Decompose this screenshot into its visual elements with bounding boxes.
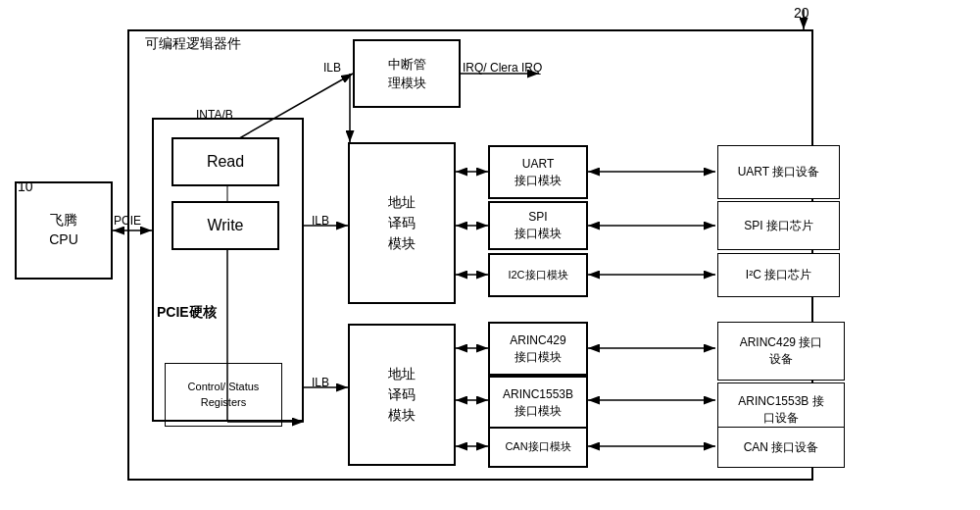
csr-box: Control/ Status Registers	[165, 363, 282, 427]
diagram-container: 可编程逻辑器件 飞腾 CPU 10 20 PCIE INTA/B Read Wr…	[0, 0, 980, 510]
ilb-label-2: ILB	[312, 214, 329, 228]
addr-bot-label: 地址 译码 模块	[388, 364, 416, 426]
addr-decode-bot-box: 地址 译码 模块	[348, 324, 456, 466]
i2c-iface-label: I2C接口模块	[508, 268, 567, 282]
arinc429-iface-box: ARINC429 接口模块	[488, 322, 588, 376]
spi-iface-box: SPI 接口模块	[488, 201, 588, 250]
addr-top-label: 地址 译码 模块	[388, 192, 416, 254]
irq-label: 中断管 理模块	[388, 55, 426, 93]
spi-ext-label: SPI 接口芯片	[744, 218, 813, 234]
ilb-label-3: ILB	[312, 376, 329, 389]
cpu-label: 飞腾 CPU	[49, 211, 78, 249]
arinc429-ext-label: ARINC429 接口 设备	[740, 334, 823, 368]
main-box-label: 可编程逻辑器件	[145, 35, 241, 53]
can-iface-box: CAN接口模块	[488, 427, 588, 468]
read-button[interactable]: Read	[172, 137, 279, 186]
arinc429-iface-label: ARINC429 接口模块	[510, 332, 565, 366]
arinc1553b-ext-label: ARINC1553B 接 口设备	[738, 393, 823, 427]
uart-iface-label: UART 接口模块	[514, 156, 562, 189]
cpu-id-label: 10	[18, 178, 33, 194]
uart-iface-box: UART 接口模块	[488, 145, 588, 199]
i2c-ext-box: I²C 接口芯片	[717, 253, 840, 297]
write-button[interactable]: Write	[172, 201, 279, 250]
spi-iface-label: SPI 接口模块	[514, 209, 562, 242]
device-id-label: 20	[794, 5, 809, 21]
csr-label: Control/ Status Registers	[188, 380, 260, 410]
i2c-iface-box: I2C接口模块	[488, 253, 588, 297]
arinc1553b-iface-label: ARINC1553B 接口模块	[503, 386, 573, 420]
arinc429-ext-box: ARINC429 接口 设备	[717, 322, 845, 381]
arinc1553b-iface-box: ARINC1553B 接口模块	[488, 376, 588, 430]
cpu-box: 飞腾 CPU	[15, 181, 113, 280]
irq-signal-label: IRQ/ Clera IRQ	[463, 61, 542, 75]
can-ext-label: CAN 接口设备	[744, 439, 819, 456]
uart-ext-label: UART 接口设备	[738, 164, 820, 180]
i2c-ext-label: I²C 接口芯片	[746, 267, 811, 283]
irq-box: 中断管 理模块	[353, 39, 461, 108]
ilb-label-1: ILB	[323, 61, 341, 75]
can-iface-label: CAN接口模块	[505, 439, 570, 454]
pcie-signal-label: PCIE	[114, 214, 141, 228]
uart-ext-box: UART 接口设备	[717, 145, 840, 199]
pcie-core-label: PCIE硬核	[157, 304, 217, 322]
addr-decode-top-box: 地址 译码 模块	[348, 142, 456, 304]
spi-ext-box: SPI 接口芯片	[717, 201, 840, 250]
can-ext-box: CAN 接口设备	[717, 427, 845, 468]
